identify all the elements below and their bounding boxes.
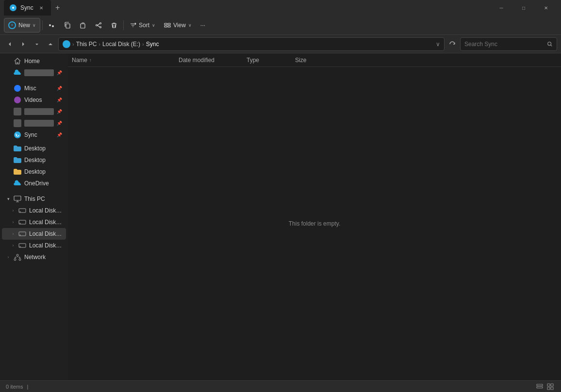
column-headers: Name ↑ Date modified Type Size	[68, 53, 561, 67]
svg-rect-7	[165, 26, 167, 27]
cut-button[interactable]	[45, 18, 59, 33]
recent-button[interactable]	[31, 38, 43, 50]
svg-point-27	[19, 259, 21, 261]
new-button[interactable]: + New ∨	[4, 18, 40, 33]
tab-close-button[interactable]: ✕	[37, 4, 45, 12]
refresh-button[interactable]	[446, 38, 458, 50]
sidebar-item-onedrive[interactable]: ████████ 📌	[2, 67, 66, 79]
minimize-button[interactable]: ─	[490, 0, 512, 16]
col-date[interactable]: Date modified	[179, 57, 247, 64]
up-button[interactable]	[45, 38, 56, 50]
sep3: ›	[142, 41, 144, 47]
cloud-icon	[14, 69, 21, 77]
folder-blue-icon2	[14, 156, 21, 164]
sidebar-item-redacted2[interactable]: ██████ 📌	[2, 117, 66, 129]
new-tab-button[interactable]: +	[51, 1, 65, 15]
col-type[interactable]: Type	[247, 57, 295, 64]
list-view-button[interactable]	[535, 382, 544, 392]
sort-label: Sort	[139, 22, 149, 29]
separator-2	[123, 20, 124, 30]
col-name[interactable]: Name ↑	[72, 57, 179, 64]
breadcrumb-sync: Sync	[146, 41, 159, 48]
redacted2-icon	[14, 119, 21, 127]
svg-rect-29	[537, 387, 543, 388]
close-button[interactable]: ✕	[535, 0, 557, 16]
locald2-label: Local Disk (D:)	[29, 242, 62, 249]
more-button[interactable]: ···	[197, 18, 209, 33]
new-icon: +	[8, 21, 16, 29]
desktop2-label: Desktop	[24, 157, 62, 163]
back-button[interactable]	[4, 38, 16, 50]
svg-point-12	[14, 97, 21, 103]
pin-r1: 📌	[57, 109, 62, 114]
delete-button[interactable]	[107, 18, 121, 33]
sidebar-item-misc[interactable]: Misc 📌	[2, 82, 66, 94]
svg-point-20	[20, 223, 21, 224]
maximize-button[interactable]: □	[512, 0, 535, 16]
col-size[interactable]: Size	[295, 57, 334, 64]
thispc-label: This PC	[24, 196, 62, 202]
sidebar-item-localc[interactable]: › Local Disk (C:)	[2, 205, 66, 216]
sidebar-item-locale[interactable]: › Local Disk (E:)	[2, 228, 66, 240]
svg-point-4	[96, 24, 98, 26]
expand-network: ›	[6, 255, 11, 260]
localc-label: Local Disk (C:)	[29, 207, 62, 214]
sidebar-item-locald2[interactable]: › Local Disk (D:)	[2, 240, 66, 251]
sidebar-item-redacted1[interactable]: ██████████ 📌	[2, 106, 66, 117]
svg-rect-8	[168, 23, 170, 25]
expand-locald: ›	[11, 220, 16, 225]
search-box[interactable]	[460, 37, 557, 51]
svg-rect-32	[547, 387, 550, 390]
share-button[interactable]	[91, 18, 106, 33]
item-count: 0 items	[6, 384, 23, 390]
sidebar-item-locald[interactable]: › Local Disk (D:)	[2, 216, 66, 228]
pin-r2: 📌	[57, 121, 62, 126]
empty-message: This folder is empty.	[68, 67, 561, 380]
svg-rect-1	[66, 24, 70, 28]
sort-arrow: ↑	[89, 58, 92, 63]
new-chevron: ∨	[33, 23, 36, 28]
misc-icon	[14, 84, 21, 92]
breadcrumb-locale: Local Disk (E:)	[102, 41, 140, 48]
grid-view-button[interactable]	[545, 382, 555, 392]
status-bar: 0 items |	[0, 380, 561, 392]
pin-sync: 📌	[57, 132, 62, 137]
sidebar-item-desktop1[interactable]: Desktop	[2, 143, 66, 154]
breadcrumb[interactable]: › This PC › Local Disk (E:) › Sync ∨	[58, 37, 445, 51]
active-tab[interactable]: Sync ✕	[4, 0, 51, 16]
sidebar-item-videos[interactable]: Videos 📌	[2, 94, 66, 106]
svg-point-3	[100, 22, 101, 24]
network-label: Network	[24, 254, 62, 261]
sort-button[interactable]: Sort ∨	[126, 18, 159, 33]
tab-favicon	[10, 4, 16, 11]
onedrive-label: ████████	[24, 69, 54, 76]
paste-button[interactable]	[76, 18, 90, 33]
content-area: Name ↑ Date modified Type Size This fold…	[68, 53, 561, 380]
sidebar-item-desktop3[interactable]: Desktop	[2, 166, 66, 178]
breadcrumb-thispc: This PC	[76, 41, 97, 48]
sidebar-item-network[interactable]: › Network	[2, 251, 66, 263]
view-button[interactable]: View ∨	[160, 18, 196, 33]
breadcrumb-expand: ∨	[436, 41, 440, 48]
search-input[interactable]	[464, 41, 544, 48]
copy-button[interactable]	[60, 18, 75, 33]
sidebar-item-sync[interactable]: Sync 📌	[2, 129, 66, 141]
sidebar-item-thispc[interactable]: ▾ This PC	[2, 193, 66, 205]
desktop3-label: Desktop	[24, 168, 62, 175]
share-icon	[95, 22, 102, 29]
folder-yellow-icon	[14, 168, 21, 176]
sidebar-item-desktop2[interactable]: Desktop	[2, 154, 66, 166]
separator-1	[42, 20, 43, 30]
sidebar-item-onedrive2[interactable]: OneDrive	[2, 178, 66, 189]
svg-rect-14	[14, 119, 21, 127]
videos-label: Videos	[24, 97, 54, 103]
copy-icon	[64, 22, 71, 29]
forward-button[interactable]	[17, 38, 29, 50]
sidebar-item-home[interactable]: Home	[2, 55, 66, 67]
pin-videos: 📌	[57, 98, 62, 102]
sidebar: Home ████████ 📌 Misc 📌	[0, 53, 68, 380]
svg-point-5	[100, 26, 101, 28]
network-icon	[14, 253, 21, 261]
svg-rect-9	[168, 26, 170, 27]
folder-blue-icon1	[14, 145, 21, 152]
